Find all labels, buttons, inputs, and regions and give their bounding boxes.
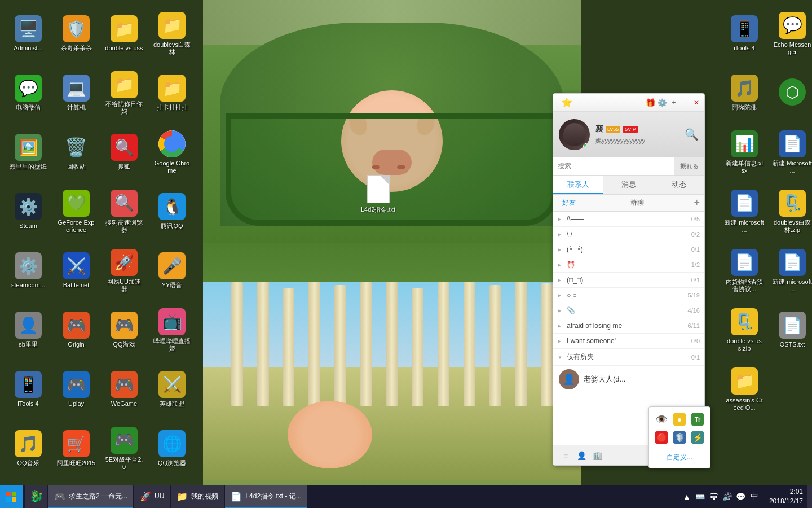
desktop-icon-new-microsoft1[interactable]: 📄 新建 Microsoft ... [770, 124, 812, 181]
desktop-icon-computer[interactable]: 💻 计算机 [54, 65, 99, 121]
desktop-icon-new-microsoft3[interactable]: 📄 新建 microsoft ... [770, 243, 812, 299]
qq-search-input[interactable] [553, 157, 674, 175]
desktop-icon-double-vs-uss[interactable]: 📁 double vs uss [102, 6, 147, 62]
taskbar-item-uu-icon[interactable]: 🐉 [25, 485, 47, 508]
show-desktop-button[interactable] [807, 485, 812, 508]
qq-add-button[interactable]: + [669, 98, 678, 107]
desktop-icon-echo-messenger[interactable]: 💬 Echo Messenger [770, 6, 812, 62]
desktop-icon-qq-browser[interactable]: 🌐 QQ浏览器 [149, 421, 195, 477]
desktop-icon-yy-voice[interactable]: 🎤 YY语音 [149, 243, 195, 299]
qq-subtab-groups[interactable]: 群聊 [626, 197, 648, 209]
desktop-icon-chrome[interactable]: Google Chrome [149, 124, 195, 181]
tray-customize-button[interactable]: 自定义... [654, 452, 705, 463]
tray-input-icon[interactable]: 中 [749, 491, 760, 502]
desktop-icon-sougou-browser[interactable]: 🔍 搜狗高速浏览器 [102, 183, 147, 240]
chevron-down-icon [558, 354, 564, 361]
desktop-icon-folder2[interactable]: 📁 不给忧你日你妈 [102, 65, 147, 121]
desktop-icon-origin[interactable]: 🎮 Origin [54, 302, 99, 358]
desktop-icon-hosts[interactable]: 📄 OSTS.txt [770, 302, 812, 358]
start-button[interactable] [0, 485, 23, 508]
desktop-icon-green-app[interactable]: ⬡ [770, 65, 812, 121]
taskbar-item-video[interactable]: 📁 我的视频 [171, 485, 224, 508]
desktop-icon-double-vs-uss-zip[interactable]: 🗜️ double vs uss.zip [722, 302, 767, 358]
desktop-icon-amituofo[interactable]: 🎵 阿弥陀佛 [722, 65, 767, 121]
qq-group-4[interactable]: (□_□) 0/1 [553, 273, 704, 288]
tray-icon-4[interactable]: 🛡️ [672, 430, 687, 445]
svg-rect-2 [6, 497, 11, 502]
desktop-file-l4d2[interactable]: L4d2指令.txt [361, 175, 395, 214]
desktop-icon-5e[interactable]: 🎮 5E对战平台2.0 [102, 421, 147, 477]
desktop-icon-recycle[interactable]: 🗑️ 回收站 [54, 124, 99, 181]
desktop-icon-uplay[interactable]: 🎮 Uplay [54, 361, 99, 418]
desktop-icon-geforce[interactable]: 💚 GeForce Experience [54, 183, 99, 240]
taskbar-item-uu[interactable]: 🚀 UU [134, 485, 170, 508]
tray-notification-icon[interactable]: 💬 [735, 491, 747, 502]
qq-group-8[interactable]: I want someone' 0/0 [553, 334, 704, 349]
qq-close-button[interactable]: ✕ [692, 98, 701, 107]
qq-avatar[interactable] [559, 119, 590, 150]
desktop-icon-wechat[interactable]: 💬 电脑微信 [6, 65, 51, 121]
taskbar-items: 🐉 🎮 求生之路2 一命无... 🚀 UU 📁 我的视频 📄 L4d2指令.tx… [23, 485, 677, 508]
desktop-icon-qq[interactable]: 🐧 腾讯QQ [149, 183, 195, 240]
taskbar-item-game[interactable]: 🎮 求生之路2 一命无... [48, 485, 133, 508]
desktop-icon-xlsx[interactable]: 📊 新建单信息.xlsx [722, 124, 767, 181]
desktop-icon-sohu[interactable]: 🔍 搜狐 [102, 124, 147, 181]
desktop-icon-wallpaper[interactable]: 🖼️ 蠢里里的壁纸 [6, 124, 51, 181]
qq-group-3[interactable]: ⏰ 1/2 [553, 257, 704, 273]
desktop-icon-itools4-right[interactable]: 📱 iTools 4 [722, 6, 767, 62]
qq-subtab-friends[interactable]: 好友 [558, 197, 580, 209]
desktop-icon-hero-league[interactable]: ⚔️ 英雄联盟 [149, 361, 195, 418]
qq-group-1[interactable]: \ / 0/2 [553, 227, 704, 242]
desktop-icon-alibaba[interactable]: 🛒 阿里旺旺2015 [54, 421, 99, 477]
chevron-right-icon [558, 231, 564, 238]
tray-icons-grid: 👁️ ● Tr 🔴 🛡️ ⚡ [654, 411, 705, 445]
desktop-icon-qq-game[interactable]: 🎮 QQ游戏 [102, 302, 147, 358]
desktop-icon-bilibili[interactable]: 📺 哔哩哔哩直播姬 [149, 302, 195, 358]
qq-menu-button[interactable]: ≡ [558, 448, 573, 463]
qq-add-contact-button[interactable]: 👤 [573, 448, 589, 463]
desktop-icon-doublevs-forest[interactable]: 📁 doublevs白森林 [149, 6, 195, 62]
qq-group-9[interactable]: 仅有所失 0/1 [553, 349, 704, 366]
desktop-icon-wegame[interactable]: 🎮 WeGame [102, 361, 147, 418]
tray-volume-icon[interactable]: 🔊 [722, 491, 733, 502]
qq-app-button[interactable]: 🏢 [589, 448, 605, 463]
qq-minimize-button[interactable]: — [681, 98, 690, 107]
desktop-icon-inner-goods[interactable]: 📄 内货物能否预售协议... [722, 243, 767, 299]
tray-expand-icon[interactable]: ▲ [681, 491, 692, 502]
desktop-icon-new-microsoft2[interactable]: 📄 新建 microsoft ... [722, 183, 767, 240]
desktop-icon-hang-card[interactable]: 📁 挂卡挂挂挂 [149, 65, 195, 121]
tray-icon-0[interactable]: 👁️ [654, 411, 669, 427]
qq-add-group-button[interactable]: + [694, 197, 700, 209]
qq-group-6[interactable]: 📎 4/16 [553, 303, 704, 318]
qq-tab-contacts[interactable]: 联系人 [553, 176, 603, 194]
qq-group-0[interactable]: \\—— 0/5 [553, 212, 704, 227]
desktop-icon-qq-music[interactable]: 🎵 QQ音乐 [6, 421, 51, 477]
tray-icon-1[interactable]: ● [672, 411, 687, 427]
qq-contact-item[interactable]: 👤 老婆大人(d... [553, 366, 704, 393]
desktop-icon-doublevs-zip[interactable]: 🗜️ doublevs白森林.zip [770, 183, 812, 240]
qq-tab-messages[interactable]: 消息 [603, 176, 654, 194]
tray-keyboard-icon[interactable]: ⌨️ [695, 491, 706, 502]
qq-search-avatar-btn[interactable]: 🔍 [685, 128, 699, 141]
tray-icon-3[interactable]: 🔴 [654, 430, 669, 445]
desktop-icon-sb[interactable]: 👤 sb里里 [6, 302, 51, 358]
tray-icon-5[interactable]: ⚡ [690, 430, 705, 445]
desktop-icon-battlenet[interactable]: ⚔️ Battle.net [54, 243, 99, 299]
tray-icon-2[interactable]: Tr [690, 411, 705, 427]
desktop-icons-left: 🖥️ Administ... 🛡️ 杀毒杀杀杀 📁 double vs uss … [0, 0, 203, 485]
qq-group-5[interactable]: ○ ○ 5/19 [553, 288, 704, 303]
desktop-icon-antivirus[interactable]: 🛡️ 杀毒杀杀杀 [54, 6, 99, 62]
desktop-icon-assassins-creed[interactable]: 📁 assassin's Creed O... [722, 361, 767, 418]
qq-group-2[interactable]: (•̀_•́) 0/1 [553, 242, 704, 257]
qq-tab-moments[interactable]: 动态 [654, 176, 704, 194]
desktop-icon-steam[interactable]: ⚙️ Steam [6, 183, 51, 240]
tray-network-icon[interactable] [708, 491, 720, 502]
taskbar-clock[interactable]: 2:01 2018/12/17 [765, 487, 807, 506]
desktop-icon-itools4[interactable]: 📱 iTools 4 [6, 361, 51, 418]
desktop-icon-netease-uu[interactable]: 🚀 网易UU加速器 [102, 243, 147, 299]
desktop-icon-administrator[interactable]: 🖥️ Administ... [6, 6, 51, 62]
qq-shake-button[interactable]: 振れる [674, 157, 704, 175]
taskbar-item-l4d2[interactable]: 📄 L4d2指令.txt - 记... [225, 485, 307, 508]
desktop-icon-steamcom[interactable]: ⚙️ steamcom... [6, 243, 51, 299]
qq-group-7[interactable]: afraid of losing me 6/11 [553, 318, 704, 334]
